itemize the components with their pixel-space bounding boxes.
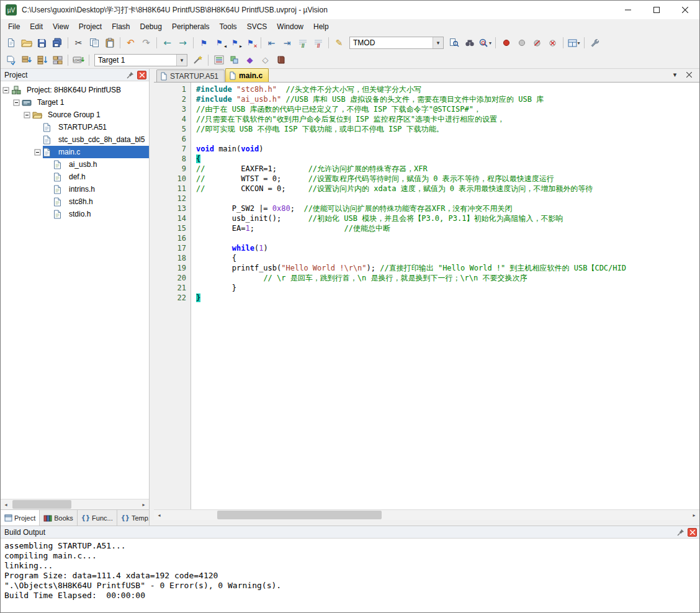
code-line-17[interactable]: while(1) bbox=[196, 243, 699, 253]
download-button[interactable]: LOAD bbox=[71, 53, 86, 67]
menu-flash[interactable]: Flash bbox=[107, 20, 135, 34]
find-in-files-button[interactable] bbox=[447, 36, 461, 50]
scrollbar-track[interactable] bbox=[11, 499, 138, 509]
navigate-back-button[interactable]: ← bbox=[160, 36, 174, 50]
menu-debug[interactable]: Debug bbox=[135, 20, 167, 34]
code-line-10[interactable]: // WTST = 0; //设置取程序代码等待时间，赋值为 0 表示不等待，程… bbox=[196, 174, 699, 184]
code-line-2[interactable]: #include "ai_usb.h" //USB 库和 USB 虚拟设备的头文… bbox=[196, 94, 699, 104]
code-line-1[interactable]: #include "stc8h.h" //头文件不分大小写，但关键字分大小写 bbox=[196, 84, 699, 94]
open-file-button[interactable] bbox=[19, 36, 34, 50]
menu-window[interactable]: Window bbox=[272, 20, 308, 34]
scrollbar-thumb[interactable] bbox=[12, 500, 71, 509]
menu-file[interactable]: File bbox=[3, 20, 25, 34]
tree-item-project-8h8k64u-printfusb[interactable]: Project: 8H8K64U PrintfUSB bbox=[1, 84, 149, 96]
toggle-bookmark-button[interactable]: ⚑ bbox=[197, 36, 211, 50]
tree-item-source-group-1[interactable]: Source Group 1 bbox=[1, 109, 149, 121]
dropdown-arrow-icon[interactable]: ▾ bbox=[433, 37, 443, 48]
code-line-7[interactable]: void main(void) bbox=[196, 144, 699, 154]
project-tree[interactable]: Project: 8H8K64U PrintfUSBTarget 1Source… bbox=[1, 81, 149, 499]
kill-all-breakpoints-button[interactable] bbox=[545, 36, 560, 50]
copy-button[interactable] bbox=[87, 36, 101, 50]
editor-hscrollbar[interactable]: ◂ ▸ bbox=[154, 509, 699, 520]
panel-tab-books[interactable]: Books bbox=[40, 510, 78, 526]
document-tab-main-c[interactable]: main.c bbox=[225, 68, 269, 82]
target-combobox[interactable]: Target 1 ▾ bbox=[94, 54, 187, 66]
code-line-6[interactable] bbox=[196, 134, 699, 144]
next-bookmark-button[interactable]: ⚑▸ bbox=[228, 36, 242, 50]
build-output-pin-button[interactable] bbox=[675, 527, 686, 537]
document-list-dropdown-button[interactable]: ▾ bbox=[670, 69, 680, 79]
scrollbar-thumb[interactable] bbox=[217, 511, 382, 519]
code-line-12[interactable] bbox=[196, 194, 699, 204]
indent-button[interactable]: ⇥ bbox=[280, 36, 294, 50]
code-line-9[interactable]: // EAXFR=1; //允许访问扩展的特殊寄存器，XFR bbox=[196, 164, 699, 174]
tree-expander-icon[interactable] bbox=[24, 112, 30, 119]
previous-bookmark-button[interactable]: ⚑◂ bbox=[212, 36, 227, 50]
code-line-13[interactable]: P_SW2 |= 0x80; //使能可以访问扩展的特殊功能寄存器XFR，没有冲… bbox=[196, 204, 699, 213]
rebuild-button[interactable] bbox=[35, 53, 49, 67]
tree-expander-icon[interactable] bbox=[13, 99, 20, 106]
project-panel-close-button[interactable] bbox=[137, 70, 147, 80]
unindent-button[interactable]: ⇤ bbox=[264, 36, 279, 50]
code-line-19[interactable]: printf_usb("Hello World !\r\n"); //直接打印输… bbox=[196, 263, 699, 273]
panel-tab-func[interactable]: {}Func... bbox=[78, 510, 117, 526]
clear-bookmarks-button[interactable]: ⚑✕ bbox=[243, 36, 258, 50]
tree-item-startup-a51[interactable]: STARTUP.A51 bbox=[1, 121, 149, 133]
incremental-find-button[interactable]: Q▾ bbox=[478, 36, 492, 50]
scroll-right-arrow[interactable]: ▸ bbox=[689, 510, 699, 520]
panel-tab-temp[interactable]: {}Temp... bbox=[117, 510, 150, 526]
navigate-forward-button[interactable]: → bbox=[176, 36, 190, 50]
code-line-5[interactable]: //即可实现 USB 不停电 ISP 下载功能，或串口不停电 ISP 下载功能。 bbox=[196, 124, 699, 134]
translate-button[interactable] bbox=[4, 53, 18, 67]
code-line-20[interactable]: // \r 是回车，跳到行首，\n 是换行，就是换到下一行；\r\n 不要交换次… bbox=[196, 273, 699, 283]
code-line-14[interactable]: usb_init(); //初始化 USB 模块，并且会将【P3.0, P3.1… bbox=[196, 213, 699, 223]
maximize-button[interactable] bbox=[642, 1, 671, 19]
find-button[interactable] bbox=[462, 36, 477, 50]
code-editor[interactable]: #include "stc8h.h" //头文件不分大小写，但关键字分大小写#i… bbox=[191, 83, 699, 509]
scrollbar-track[interactable] bbox=[164, 510, 689, 520]
code-line-15[interactable]: EA=1; //使能总中断 bbox=[196, 223, 699, 233]
disable-breakpoint-button[interactable] bbox=[514, 36, 529, 50]
configure-button[interactable] bbox=[588, 36, 602, 50]
paste-button[interactable] bbox=[102, 36, 117, 50]
debug-windows-button[interactable]: ▾ bbox=[567, 36, 581, 50]
menu-edit[interactable]: Edit bbox=[25, 20, 48, 34]
tree-item-stc8h-h[interactable]: stc8h.h bbox=[1, 195, 149, 208]
undo-button[interactable]: ↶ bbox=[123, 36, 138, 50]
project-tree-hscrollbar[interactable]: ◂ ▸ bbox=[1, 499, 149, 509]
project-panel-pin-button[interactable] bbox=[125, 70, 135, 80]
tree-item-main-c[interactable]: main.c bbox=[1, 146, 149, 158]
disable-all-breakpoints-button[interactable] bbox=[530, 36, 544, 50]
code-line-18[interactable]: { bbox=[196, 253, 699, 263]
cut-button[interactable]: ✂ bbox=[71, 36, 86, 50]
code-line-22[interactable]: } bbox=[196, 293, 699, 303]
panel-splitter[interactable] bbox=[150, 69, 154, 526]
code-line-11[interactable]: // CKCON = 0; //设置访问片内的 xdata 速度，赋值为 0 表… bbox=[196, 184, 699, 194]
tree-item-ai-usb-h[interactable]: ai_usb.h bbox=[1, 158, 149, 171]
toggle-breakpoint-button[interactable] bbox=[499, 36, 513, 50]
tree-item-intrins-h[interactable]: intrins.h bbox=[1, 183, 149, 195]
uncomment-selection-button[interactable]: // bbox=[311, 36, 325, 50]
pack-installer-button[interactable] bbox=[274, 53, 288, 67]
tree-item-stdio-h[interactable]: stdio.h bbox=[1, 208, 149, 220]
panel-tab-project[interactable]: Project bbox=[1, 510, 40, 526]
menu-help[interactable]: Help bbox=[308, 20, 334, 34]
code-line-3[interactable]: //由于在 USB 库函数的代码中已经定义了，不停电 ISP 下载命令字"@ST… bbox=[196, 104, 699, 114]
manage-rte-button[interactable] bbox=[227, 53, 241, 67]
close-document-button[interactable] bbox=[684, 69, 694, 79]
redo-button[interactable]: ↷ bbox=[139, 36, 153, 50]
menu-project[interactable]: Project bbox=[74, 20, 107, 34]
new-file-button[interactable] bbox=[4, 36, 18, 50]
build-output-close-button[interactable] bbox=[687, 527, 698, 537]
code-line-8[interactable]: { bbox=[196, 154, 699, 164]
scroll-left-arrow[interactable]: ◂ bbox=[154, 510, 164, 520]
code-line-16[interactable] bbox=[196, 233, 699, 243]
manage-project-items-button[interactable] bbox=[212, 53, 226, 67]
tree-expander-icon[interactable] bbox=[34, 149, 41, 156]
search-combobox[interactable]: TMOD ▾ bbox=[349, 37, 444, 49]
quick-find-button[interactable]: ✎ bbox=[332, 36, 346, 50]
dropdown-arrow-icon[interactable]: ▾ bbox=[176, 55, 187, 66]
menu-tools[interactable]: Tools bbox=[215, 20, 242, 34]
minimize-button[interactable] bbox=[614, 1, 642, 19]
tree-item-target-1[interactable]: Target 1 bbox=[1, 96, 149, 109]
